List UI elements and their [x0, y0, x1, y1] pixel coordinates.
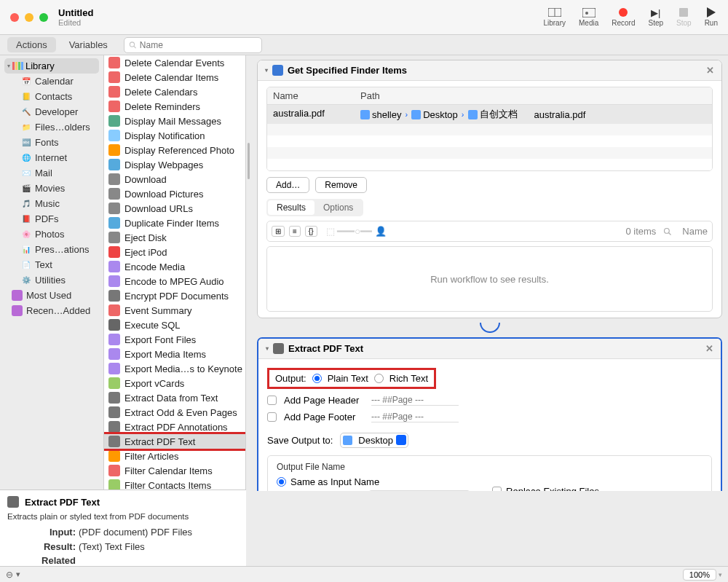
action-item[interactable]: Display Webpages — [104, 157, 245, 172]
action-item[interactable]: Eject iPod — [104, 245, 245, 259]
wf1-close[interactable]: ✕ — [706, 65, 714, 76]
lib-item[interactable]: 🎬Movies — [4, 181, 99, 196]
action-item[interactable]: Delete Calendar Items — [104, 70, 245, 84]
svg-point-9 — [665, 228, 670, 233]
radio-plain[interactable] — [312, 374, 322, 383]
library-header[interactable]: ▾Library — [4, 58, 99, 74]
lib-item[interactable]: 📊Pres…ations — [4, 242, 99, 257]
action-item[interactable]: Delete Reminders — [104, 99, 245, 114]
action-item[interactable]: Display Notification — [104, 128, 245, 143]
search-input[interactable] — [140, 40, 257, 50]
action-item[interactable]: Extract PDF Text — [104, 434, 245, 449]
lib-item[interactable]: 📕PDFs — [4, 211, 99, 227]
lib-item[interactable]: 🌐Internet — [4, 150, 99, 165]
toolbar: Library Media Record ▶|Step Stop Run — [543, 7, 718, 27]
zoom-window[interactable] — [39, 13, 48, 22]
lib-smart[interactable]: Recen…Added — [4, 303, 99, 318]
titlebar: Untitled Edited Library Media Record ▶|S… — [0, 0, 728, 35]
window-title: Untitled — [58, 7, 93, 18]
action-item[interactable]: Export vCards — [104, 376, 245, 390]
minimize-window[interactable] — [25, 13, 33, 22]
action-item[interactable]: Export Media…s to Keynote — [104, 361, 245, 376]
tab-actions[interactable]: Actions — [7, 37, 56, 52]
action-item[interactable]: Download — [104, 172, 245, 186]
action-item[interactable]: Extract PDF Annotations — [104, 420, 245, 434]
lib-smart[interactable]: Most Used — [4, 288, 99, 303]
custom-name-input[interactable] — [368, 490, 470, 491]
action-item[interactable]: Encode to MPEG Audio — [104, 274, 245, 288]
stop-button[interactable]: Stop — [676, 7, 692, 27]
action-item[interactable]: Download Pictures — [104, 186, 245, 201]
action-item[interactable]: Eject Disk — [104, 230, 245, 245]
lib-item[interactable]: 📒Contacts — [4, 89, 99, 104]
library-sidebar: ▾Library 📅Calendar📒Contacts🔨Developer📁Fi… — [0, 55, 103, 491]
output-highlight: Output: Plain Text Rich Text — [267, 368, 436, 389]
ofn-title: Output File Name — [277, 462, 703, 472]
action-item[interactable]: Execute SQL — [104, 318, 245, 332]
chk-header[interactable] — [267, 396, 277, 405]
svg-line-10 — [669, 232, 671, 235]
action-item[interactable]: Download URLs — [104, 201, 245, 216]
items-count: 0 items — [625, 226, 656, 237]
wf2-close[interactable]: ✕ — [705, 343, 713, 354]
empty-results: Run workflow to see results. — [266, 246, 713, 312]
action-item[interactable]: Delete Calendars — [104, 84, 245, 99]
tab-options[interactable]: Options — [314, 200, 362, 215]
action-item[interactable]: Extract Data from Text — [104, 390, 245, 405]
radio-rich[interactable] — [374, 374, 384, 383]
lib-item[interactable]: 🔤Fonts — [4, 135, 99, 150]
col-name: Name — [267, 87, 355, 104]
action-item[interactable]: Encrypt PDF Documents — [104, 288, 245, 303]
lib-item[interactable]: 📁Files…olders — [4, 119, 99, 135]
record-button[interactable]: Record — [612, 7, 635, 27]
run-button[interactable]: Run — [705, 7, 718, 27]
library-button[interactable]: Library — [543, 7, 566, 27]
svg-line-8 — [134, 46, 136, 48]
tab-results[interactable]: Results — [268, 200, 314, 215]
action-item[interactable]: Export Media Items — [104, 347, 245, 361]
action-item[interactable]: Encode Media — [104, 259, 245, 274]
lib-item[interactable]: ✉️Mail — [4, 165, 99, 181]
name-filter[interactable]: Name — [682, 226, 708, 237]
action-item[interactable]: Filter Calendar Items — [104, 463, 245, 478]
chk-replace[interactable] — [492, 487, 502, 491]
wf1-title: Get Specified Finder Items — [288, 65, 407, 76]
svg-point-7 — [130, 42, 134, 46]
step-button[interactable]: ▶|Step — [648, 7, 663, 27]
remove-button[interactable]: Remove — [315, 177, 367, 193]
close-window[interactable] — [10, 13, 19, 22]
action-item[interactable]: Duplicate Finder Items — [104, 216, 245, 230]
pdf-icon — [7, 496, 19, 508]
pdf-icon — [273, 343, 284, 354]
save-dest[interactable]: Desktop — [340, 433, 408, 448]
media-button[interactable]: Media — [579, 7, 598, 27]
lib-item[interactable]: 📅Calendar — [4, 74, 99, 89]
wf-get-finder-items: ▾Get Specified Finder Items✕ NamePath au… — [257, 60, 722, 318]
tab-variables[interactable]: Variables — [60, 37, 116, 52]
chk-footer[interactable] — [267, 412, 277, 422]
zoom[interactable]: 100% — [683, 569, 716, 581]
svg-rect-5 — [679, 8, 688, 17]
lib-item[interactable]: ⚙️Utilities — [4, 272, 99, 288]
actions-list: Delete Calendar EventsDelete Calendar It… — [103, 55, 246, 491]
lib-item[interactable]: 🌸Photos — [4, 227, 99, 242]
action-item[interactable]: Display Referenced Photo — [104, 143, 245, 157]
action-search[interactable] — [124, 37, 262, 53]
action-item[interactable]: Extract Odd & Even Pages — [104, 405, 245, 420]
footer-input[interactable] — [371, 412, 459, 422]
action-item[interactable]: Display Mail Messages — [104, 114, 245, 128]
add-button[interactable]: Add… — [266, 177, 309, 193]
action-item[interactable]: Export Font Files — [104, 332, 245, 347]
view-switcher[interactable]: ⊞≡{}⬚ ━━━○━━ 👤 — [272, 226, 387, 237]
lib-item[interactable]: 🎵Music — [4, 196, 99, 211]
action-item[interactable]: Filter Articles — [104, 449, 245, 463]
col-path: Path — [355, 87, 581, 104]
action-item[interactable]: Event Summary — [104, 303, 245, 318]
lib-item[interactable]: 🔨Developer — [4, 104, 99, 119]
header-input[interactable] — [371, 395, 459, 406]
file-row[interactable]: australia.pdf shelley›Desktop›自创文档austra… — [267, 105, 712, 124]
action-item[interactable]: Delete Calendar Events — [104, 55, 245, 70]
radio-same[interactable] — [277, 477, 286, 487]
splitter[interactable] — [246, 55, 251, 491]
lib-item[interactable]: 📄Text — [4, 257, 99, 272]
